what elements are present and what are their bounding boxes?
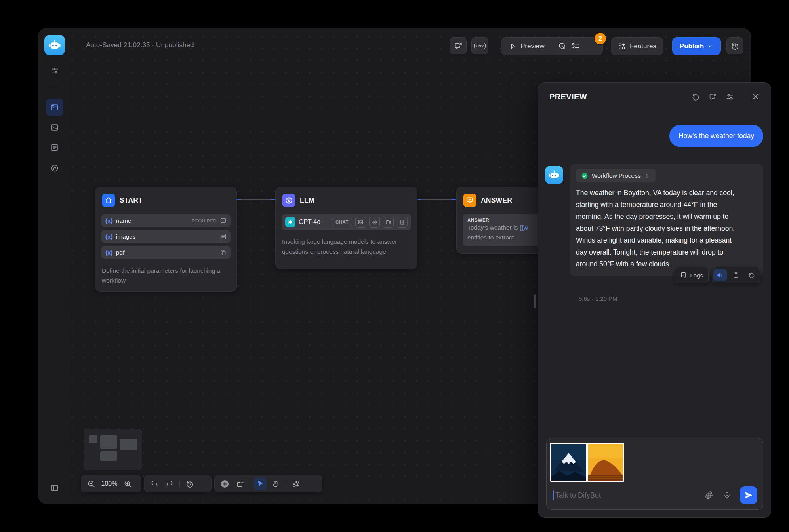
sliders-icon bbox=[726, 93, 734, 101]
preview-settings-button[interactable] bbox=[726, 93, 734, 101]
zoom-in-button[interactable] bbox=[121, 477, 134, 490]
zoom-out-button[interactable] bbox=[85, 477, 97, 490]
clipboard-icon bbox=[732, 272, 739, 279]
redo-button[interactable] bbox=[163, 477, 176, 490]
text-caret bbox=[553, 490, 554, 500]
document-capability-icon bbox=[397, 217, 408, 228]
logs-icon bbox=[680, 272, 687, 279]
node-start[interactable]: START {x} name REQUIRED {x} images {x} p… bbox=[95, 187, 237, 292]
sidebar-item-monitoring[interactable] bbox=[46, 160, 63, 177]
user-message-bubble: How's the weather today bbox=[669, 125, 763, 147]
minimap[interactable] bbox=[84, 429, 142, 470]
play-icon bbox=[509, 43, 516, 50]
start-variable-row[interactable]: {x} name REQUIRED bbox=[101, 214, 231, 227]
refresh-icon bbox=[748, 272, 755, 279]
start-variable-row[interactable]: {x} images bbox=[101, 230, 231, 243]
collapse-sidebar-button[interactable] bbox=[46, 479, 63, 497]
edge-llm-answer bbox=[417, 199, 456, 200]
chevron-down-icon bbox=[707, 43, 713, 49]
copy-button[interactable] bbox=[729, 269, 743, 281]
preview-title: PREVIEW bbox=[549, 92, 683, 101]
message-actions bbox=[712, 267, 760, 283]
node-llm[interactable]: LLM GPT-4o CHAT Invoking large language … bbox=[275, 187, 417, 269]
checklist-badge: 2 bbox=[594, 32, 607, 45]
publish-button[interactable]: Publish bbox=[672, 37, 721, 55]
run-history-button[interactable] bbox=[556, 40, 568, 53]
robot-icon bbox=[548, 169, 560, 181]
attach-file-button[interactable] bbox=[705, 491, 713, 500]
variable-icon: {x} bbox=[105, 218, 113, 224]
voice-input-button[interactable] bbox=[723, 491, 731, 500]
variable-icon: {x} bbox=[105, 249, 113, 256]
sidebar-item-logs[interactable] bbox=[46, 139, 63, 156]
add-note-chat-button[interactable] bbox=[450, 37, 467, 54]
undo-button[interactable] bbox=[148, 477, 160, 490]
chat-x-icon bbox=[709, 93, 717, 101]
zoom-toolbar: 100% bbox=[81, 475, 141, 492]
zoom-in-icon bbox=[124, 480, 132, 488]
features-button[interactable]: Features bbox=[611, 37, 663, 55]
sidebar-item-orchestrate[interactable] bbox=[46, 99, 63, 116]
start-variable-row[interactable]: {x} pdf bbox=[101, 246, 231, 259]
add-note-button[interactable] bbox=[234, 477, 246, 490]
restart-conversation-button[interactable] bbox=[692, 93, 700, 101]
model-name: GPT-4o bbox=[299, 218, 329, 226]
env-variables-button[interactable]: ENV bbox=[471, 37, 488, 54]
add-node-button[interactable] bbox=[218, 477, 231, 490]
divider bbox=[47, 87, 63, 87]
close-icon bbox=[752, 93, 760, 101]
paperclip-icon bbox=[705, 491, 713, 500]
openai-icon bbox=[285, 217, 295, 227]
sidebar-item-terminal[interactable] bbox=[46, 119, 63, 136]
text-to-speech-button[interactable] bbox=[713, 269, 727, 281]
microphone-icon bbox=[723, 491, 731, 500]
auto-layout-button[interactable] bbox=[290, 477, 302, 490]
divider bbox=[743, 93, 743, 100]
workflow-process-toggle[interactable]: Workflow Process bbox=[576, 169, 656, 182]
app-logo[interactable] bbox=[44, 35, 65, 55]
model-selector[interactable]: GPT-4o CHAT bbox=[282, 214, 411, 230]
attached-image-fuji[interactable] bbox=[550, 443, 587, 482]
attached-image-sunset[interactable] bbox=[587, 443, 624, 482]
run-group: Preview 2 bbox=[501, 37, 603, 55]
files-icon bbox=[220, 249, 227, 256]
bot-avatar bbox=[545, 166, 563, 184]
close-preview-button[interactable] bbox=[752, 93, 760, 101]
autosave-status: Auto-Saved 21:02:35 · Unpublished bbox=[86, 41, 194, 49]
preview-run-button[interactable]: Preview bbox=[501, 42, 544, 50]
edge-start-llm bbox=[236, 199, 275, 200]
compass-icon bbox=[50, 164, 59, 173]
history-icon bbox=[186, 480, 194, 488]
refresh-icon bbox=[692, 93, 700, 101]
send-button[interactable] bbox=[740, 486, 757, 504]
preview-panel: PREVIEW How's the weather today Workflow… bbox=[538, 82, 771, 518]
node-title: ANSWER bbox=[481, 196, 512, 205]
chat-input[interactable] bbox=[555, 491, 700, 500]
workflow-settings-button[interactable] bbox=[46, 62, 63, 79]
regenerate-button[interactable] bbox=[745, 269, 759, 281]
llm-brain-icon bbox=[282, 194, 295, 207]
hand-icon bbox=[272, 480, 280, 488]
zoom-level[interactable]: 100% bbox=[100, 480, 118, 487]
cursor-icon bbox=[256, 480, 264, 488]
change-history-button[interactable] bbox=[183, 477, 196, 490]
audio-capability-icon bbox=[369, 217, 380, 228]
env-icon: ENV bbox=[474, 43, 485, 49]
sidebar bbox=[38, 28, 71, 504]
undo-icon bbox=[150, 480, 158, 488]
version-history-button[interactable] bbox=[726, 37, 743, 54]
publish-status: Unpublished bbox=[156, 41, 194, 49]
organize-icon bbox=[292, 480, 300, 488]
history-toolbar bbox=[144, 475, 212, 492]
panel-resize-handle[interactable] bbox=[534, 294, 536, 308]
conversation-note-button[interactable] bbox=[709, 93, 717, 101]
features-icon bbox=[618, 42, 626, 50]
paragraph-icon bbox=[220, 233, 227, 240]
zoom-out-icon bbox=[87, 480, 95, 488]
pointer-mode-button[interactable] bbox=[254, 477, 267, 490]
hand-mode-button[interactable] bbox=[269, 477, 282, 490]
bot-message-card: Workflow Process The weather in Boydton,… bbox=[570, 164, 763, 276]
variable-icon: {x} bbox=[105, 234, 113, 240]
logs-button[interactable]: Logs bbox=[675, 267, 709, 283]
checklist-button[interactable] bbox=[569, 40, 582, 53]
